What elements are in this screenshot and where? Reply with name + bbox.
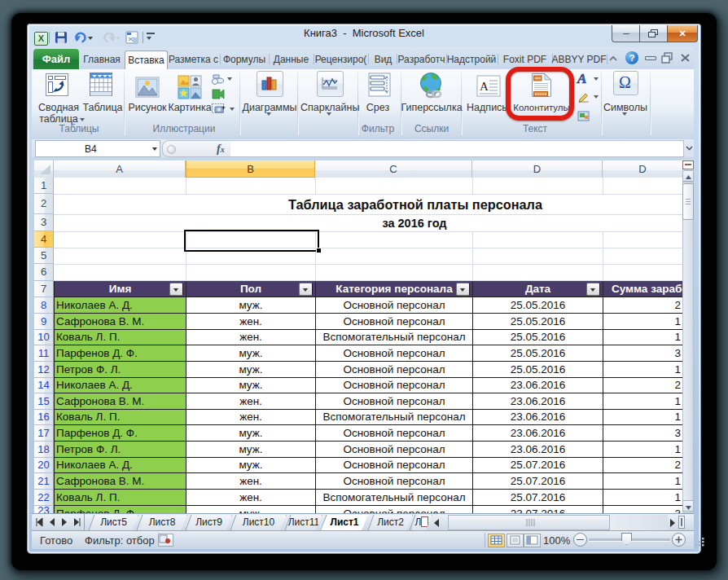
svg-text:A: A	[480, 80, 489, 93]
svg-text:Ω: Ω	[619, 73, 631, 91]
svg-text:A: A	[577, 71, 586, 86]
